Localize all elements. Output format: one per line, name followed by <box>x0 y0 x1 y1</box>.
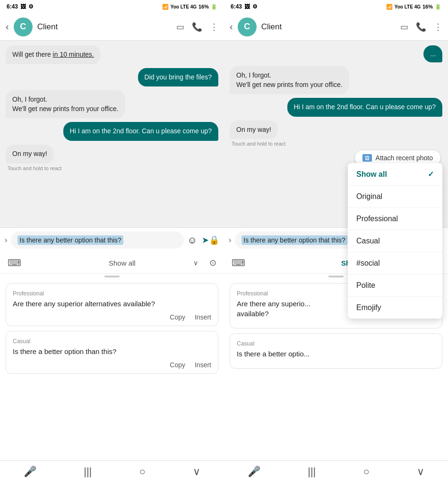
photo-icon-left: 🖼 <box>20 3 26 10</box>
status-bar-right: 6:43 🖼 ⚙ 📶 Yoo LTE 4G 16% 🔋 <box>224 0 448 13</box>
dropdown-item-show-all[interactable]: Show all ✓ <box>348 163 442 185</box>
touch-hold-left: Touch and hold to react <box>6 165 61 171</box>
suggestion-text-2-right: Is there a better optio... <box>237 349 435 359</box>
expand-btn-right[interactable]: › <box>229 236 231 244</box>
bottom-nav-left: 🎤 ||| ○ ∨ <box>0 460 224 484</box>
messages-area-left: Will get there in 10 minutes. Did you br… <box>0 41 224 227</box>
photo-icon-right: 🖼 <box>244 3 250 10</box>
partial-top-msg: ... <box>423 45 442 62</box>
show-all-text-left[interactable]: Show all <box>109 259 190 267</box>
mic-nav-left[interactable]: 🎤 <box>24 466 36 478</box>
input-selected-text-right: Is there any better option that this? <box>241 235 347 245</box>
header-icons-left: ▭ 📞 ⋮ <box>176 22 218 32</box>
battery-left: 16% <box>198 4 209 9</box>
suggestion-text-1-left: Are there any superior alternatives avai… <box>13 299 211 309</box>
right-phone-screen: 6:43 🖼 ⚙ 📶 Yoo LTE 4G 16% 🔋 ‹ C Client ▭… <box>224 0 448 484</box>
dropdown-item-social[interactable]: #social <box>348 252 442 274</box>
signal-icon-right: Yoo LTE 4G <box>395 4 421 9</box>
phone-icon-right[interactable]: 📞 <box>416 22 426 32</box>
avatar-left: C <box>14 17 33 36</box>
msg-1-right: Oh, I forgot.We'll get new prints from y… <box>230 66 349 94</box>
avatar-right: C <box>238 17 257 36</box>
time-left: 6:43 <box>7 3 18 10</box>
drag-handle-left <box>0 274 224 279</box>
keyboard-icon-right[interactable]: ⌨ <box>232 257 245 268</box>
insert-btn-2-left[interactable]: Insert <box>195 361 211 369</box>
msg-3-right: On my way! <box>230 121 278 139</box>
msg-1-left: Will get there in 10 minutes. <box>6 45 101 64</box>
msg-5-left: On my way! <box>6 145 54 164</box>
chat-header-left: ‹ C Client ▭ 📞 ⋮ <box>0 13 224 41</box>
handle-bar-left <box>104 276 120 277</box>
more-icon-right[interactable]: ⋮ <box>434 22 442 32</box>
bottom-nav-right: 🎤 ||| ○ ∨ <box>224 460 448 484</box>
dropdown-item-emojify[interactable]: Emojify <box>348 297 442 319</box>
battery-right: 16% <box>422 4 433 9</box>
input-field-left[interactable]: Is there any better option that this? <box>11 232 183 249</box>
input-bar-left: › Is there any better option that this? … <box>0 227 224 252</box>
suggestion-actions-2-left: Copy Insert <box>13 361 211 369</box>
msg-2-right: Hi I am on the 2nd floor. Can u please c… <box>287 98 442 117</box>
back-button-right[interactable]: ‹ <box>230 21 233 32</box>
attach-photo-label: Attach recent photo <box>376 154 433 162</box>
chat-header-right: ‹ C Client ▭ 📞 ⋮ <box>224 13 448 41</box>
mic-nav-right[interactable]: 🎤 <box>248 466 260 478</box>
dropdown-item-original[interactable]: Original <box>348 186 442 207</box>
contact-name-right: Client <box>261 22 396 32</box>
suggestion-card-professional-left: Professional Are there any superior alte… <box>6 283 218 326</box>
dropdown-item-polite[interactable]: Polite <box>348 275 442 296</box>
suggestion-label-2-right: Casual <box>237 340 435 347</box>
status-time-right: 6:43 🖼 ⚙ <box>231 3 258 10</box>
check-icon-show-all: ✓ <box>428 170 434 179</box>
home-nav-left[interactable]: ○ <box>139 466 145 478</box>
tone-dropdown: Show all ✓ Original Professional Casual … <box>348 163 442 319</box>
input-selected-text-left: Is there any better option that this? <box>17 235 123 245</box>
suggestion-label-1-left: Professional <box>13 290 211 297</box>
phone-icon-left[interactable]: 📞 <box>192 22 202 32</box>
chevron-down-left[interactable]: ∨ <box>193 259 198 267</box>
more-icon-left[interactable]: ⋮ <box>210 22 218 32</box>
settings-icon-left: ⚙ <box>28 3 34 10</box>
copy-btn-1-left[interactable]: Copy <box>170 313 185 321</box>
home-nav-right[interactable]: ○ <box>363 466 369 478</box>
keyboard-icon-left[interactable]: ⌨ <box>8 257 21 268</box>
show-all-row-left: ⌨ Show all ∨ ⊙ <box>0 252 224 274</box>
status-bar-left: 6:43 🖼 ⚙ 📶 Yoo LTE 4G 16% 🔋 <box>0 0 224 13</box>
left-phone-screen: 6:43 🖼 ⚙ 📶 Yoo LTE 4G 16% 🔋 ‹ C Client ▭… <box>0 0 224 484</box>
battery-icon-right: 🔋 <box>435 4 441 10</box>
copy-btn-2-left[interactable]: Copy <box>170 361 185 369</box>
status-time-left: 6:43 🖼 ⚙ <box>7 3 34 10</box>
settings-icon-right: ⚙ <box>252 3 258 10</box>
emoji-btn-left[interactable]: ☺ <box>188 235 197 246</box>
dropdown-item-professional[interactable]: Professional <box>348 208 442 230</box>
suggestion-card-casual-left: Casual Is there a better option than thi… <box>6 331 218 374</box>
input-actions-left: ☺ ➤🔒 <box>188 235 219 246</box>
wifi-icon-left: 📶 <box>162 4 169 10</box>
suggestion-text-2-left: Is there a better option than this? <box>13 346 211 356</box>
back-nav-right[interactable]: ∨ <box>417 466 424 478</box>
suggestion-label-2-left: Casual <box>13 338 211 345</box>
recent-nav-right[interactable]: ||| <box>308 466 316 478</box>
back-nav-left[interactable]: ∨ <box>193 466 200 478</box>
status-right-right: 📶 Yoo LTE 4G 16% 🔋 <box>386 4 441 10</box>
handle-bar-right <box>328 276 344 277</box>
msg-4-left: Hi I am on the 2nd floor. Can u please c… <box>63 122 218 141</box>
suggestions-area-left: Professional Are there any superior alte… <box>0 279 224 460</box>
info-icon-left[interactable]: ⊙ <box>209 258 216 268</box>
video-call-icon-left[interactable]: ▭ <box>176 22 184 32</box>
send-btn-left[interactable]: ➤🔒 <box>202 235 219 245</box>
contact-name-left: Client <box>37 22 172 32</box>
status-right-left: 📶 Yoo LTE 4G 16% 🔋 <box>162 4 217 10</box>
expand-btn-left[interactable]: › <box>5 236 7 244</box>
dropdown-item-casual[interactable]: Casual <box>348 230 442 252</box>
time-right: 6:43 <box>231 3 242 10</box>
msg-3-left: Oh, I forgot.We'll get new prints from y… <box>6 90 125 118</box>
insert-btn-1-left[interactable]: Insert <box>195 313 211 321</box>
msg-2-left: Did you bring the files? <box>138 68 218 87</box>
attach-image-icon: 🖼 <box>362 154 372 162</box>
video-call-icon-right[interactable]: ▭ <box>400 22 408 32</box>
suggestion-actions-1-left: Copy Insert <box>13 313 211 321</box>
back-button-left[interactable]: ‹ <box>6 21 9 32</box>
recent-nav-left[interactable]: ||| <box>84 466 92 478</box>
signal-icon-left: Yoo LTE 4G <box>171 4 197 9</box>
